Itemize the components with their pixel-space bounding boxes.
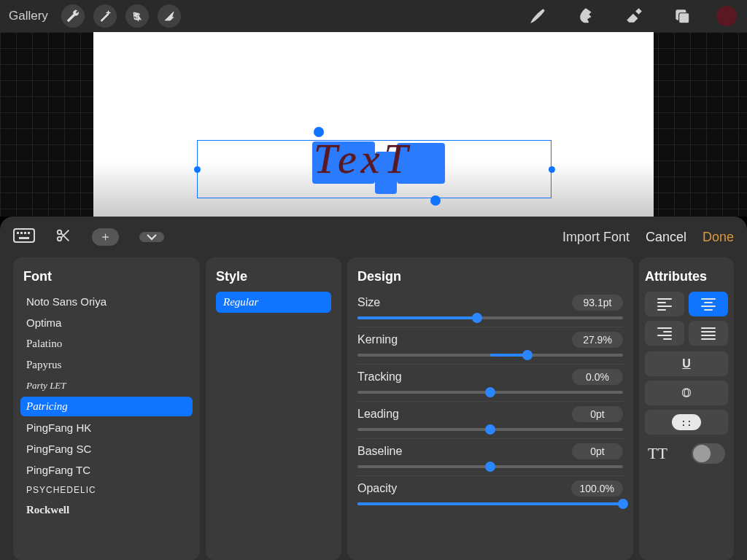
add-pill-button[interactable]: ＋ <box>92 228 119 246</box>
dropdown-pill-button[interactable] <box>139 232 164 242</box>
font-item[interactable]: PSYCHEDELIC <box>20 481 193 499</box>
wrench-icon[interactable] <box>61 4 85 28</box>
font-item[interactable]: Party LET <box>20 376 193 395</box>
style-item-regular[interactable]: Regular <box>216 292 331 313</box>
font-list[interactable]: Noto Sans OriyaOptimaPalatinoPapyrusPart… <box>20 292 193 520</box>
design-row: Kerning27.9% <box>357 332 623 365</box>
design-heading: Design <box>357 269 623 284</box>
design-label: Size <box>357 296 380 309</box>
design-label: Tracking <box>357 370 402 384</box>
font-item[interactable]: Patricing <box>20 397 193 416</box>
attributes-column: Attributes U O <box>639 257 734 560</box>
cancel-button[interactable]: Cancel <box>646 230 686 245</box>
scissors-icon[interactable] <box>55 228 71 246</box>
align-center-button[interactable] <box>689 292 728 316</box>
svg-rect-3 <box>14 229 34 242</box>
design-row: Size93.1pt <box>357 295 623 327</box>
panel-top-bar: ＋ Import Font Cancel Done <box>13 225 734 249</box>
vertical-text-toggle[interactable] <box>692 443 725 464</box>
svg-rect-5 <box>20 232 23 234</box>
design-row: Baseline0pt <box>357 443 623 476</box>
capitals-chip-button[interactable]: : : <box>645 410 728 435</box>
font-item[interactable]: PingFang SC <box>20 439 193 459</box>
canvas-text[interactable]: TexT <box>314 134 460 183</box>
brush-icon[interactable] <box>525 4 550 28</box>
design-slider[interactable] <box>357 391 623 394</box>
svg-rect-6 <box>24 232 26 234</box>
design-label: Leading <box>357 408 399 421</box>
svg-rect-8 <box>19 237 29 239</box>
design-value[interactable]: 27.9% <box>572 332 623 348</box>
resize-handle-left[interactable] <box>194 166 201 173</box>
svg-rect-7 <box>28 232 30 234</box>
wand-icon[interactable] <box>93 4 117 28</box>
resize-handle-top[interactable] <box>314 127 324 137</box>
capitals-chip-icon: : : <box>672 414 701 430</box>
design-value[interactable]: 0pt <box>572 443 623 459</box>
alignment-grid <box>645 292 728 346</box>
import-font-button[interactable]: Import Font <box>562 230 630 245</box>
design-label: Kerning <box>357 333 398 346</box>
svg-text:S: S <box>133 12 139 22</box>
style-heading: Style <box>216 269 331 284</box>
design-slider[interactable] <box>357 428 623 431</box>
text-panel: ＋ Import Font Cancel Done Font Noto Sans… <box>0 217 747 560</box>
smudge-icon[interactable] <box>573 4 598 28</box>
font-item[interactable]: PingFang HK <box>20 418 193 438</box>
font-item[interactable]: Papyrus <box>20 355 193 375</box>
selection-icon[interactable]: S <box>125 4 149 28</box>
layers-icon[interactable] <box>670 4 694 28</box>
font-item[interactable]: PingFang TC <box>20 460 193 480</box>
design-label: Opacity <box>357 482 397 495</box>
design-slider[interactable] <box>357 502 623 505</box>
keyboard-icon[interactable] <box>13 228 35 246</box>
gallery-link[interactable]: Gallery <box>9 9 48 23</box>
font-item[interactable]: Noto Sans Oriya <box>20 292 193 311</box>
transform-arrow-icon[interactable] <box>158 4 181 28</box>
design-slider[interactable] <box>357 465 623 468</box>
align-justify-button[interactable] <box>689 321 728 346</box>
design-row: Tracking0.0% <box>357 369 623 402</box>
font-heading: Font <box>23 269 190 284</box>
outline-button[interactable]: O <box>645 381 728 405</box>
font-item[interactable]: Rockwell <box>20 500 193 520</box>
resize-handle-right[interactable] <box>549 166 555 173</box>
font-item[interactable]: Palatino <box>20 334 193 354</box>
top-toolbar: Gallery S <box>0 0 747 32</box>
design-slider[interactable] <box>357 354 623 357</box>
eraser-icon[interactable] <box>622 4 646 28</box>
font-column: Font Noto Sans OriyaOptimaPalatinoPapyru… <box>13 257 200 560</box>
design-row: Leading0pt <box>357 406 623 439</box>
design-column: Design Size93.1ptKerning27.9%Tracking0.0… <box>347 257 633 560</box>
style-column: Style Regular <box>206 257 341 560</box>
design-value[interactable]: 0pt <box>572 406 623 422</box>
underline-button[interactable]: U <box>645 351 728 376</box>
design-row: Opacity100.0% <box>357 481 623 513</box>
design-value[interactable]: 100.0% <box>571 481 623 497</box>
resize-handle-bottom[interactable] <box>430 195 441 206</box>
color-swatch[interactable] <box>716 6 737 26</box>
attributes-heading: Attributes <box>645 269 728 284</box>
design-value[interactable]: 93.1pt <box>572 295 623 311</box>
design-value[interactable]: 0.0% <box>572 369 623 385</box>
svg-rect-2 <box>679 13 689 23</box>
canvas-area[interactable]: TexT <box>0 32 747 217</box>
svg-rect-4 <box>17 232 19 234</box>
done-button[interactable]: Done <box>703 230 734 245</box>
align-left-button[interactable] <box>645 292 684 316</box>
design-slider[interactable] <box>357 316 623 319</box>
font-item[interactable]: Optima <box>20 313 193 332</box>
vertical-text-label: TT <box>648 444 667 463</box>
design-label: Baseline <box>357 445 402 458</box>
align-right-button[interactable] <box>645 321 684 346</box>
